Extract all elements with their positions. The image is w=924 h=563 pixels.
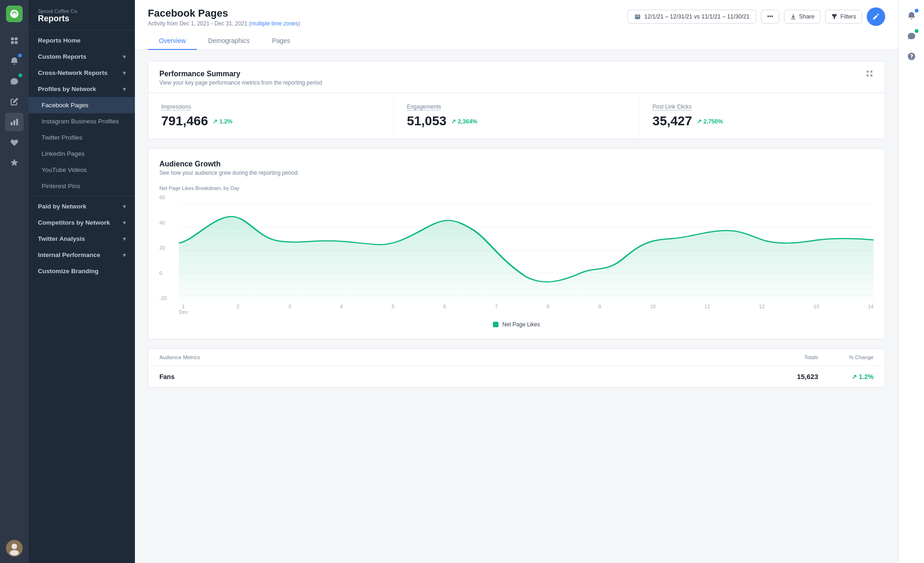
sidebar-header: Sprout Coffee Co. Reports [29,0,135,31]
sidebar-item-reports-home[interactable]: Reports Home [29,32,135,49]
chevron-down-icon: ▾ [123,236,126,242]
sidebar-item-twitter-profiles[interactable]: Twitter Profiles [29,129,135,146]
right-bell-icon[interactable] [903,7,920,24]
line-chart-svg [179,195,874,301]
impressions-label: Impressions [161,104,381,110]
sidebar-nav: Reports Home Custom Reports ▾ Cross-Netw… [29,31,135,281]
grid-view-icon[interactable] [865,70,874,80]
filters-button[interactable]: Filters [825,10,862,24]
nav-notifications[interactable] [5,52,24,70]
chart-x-axis: 1 Dec 2 3 4 5 6 7 8 9 10 11 12 13 14 [179,304,874,315]
compose-button[interactable] [867,7,885,26]
page-header: Facebook Pages Activity from Dec 1, 2021… [135,0,898,50]
nav-listening[interactable] [5,133,24,152]
tab-demographics[interactable]: Demographics [197,32,261,50]
filter-icon [831,13,838,20]
right-chat-icon[interactable] [903,28,920,44]
right-help-icon[interactable] [903,48,920,65]
legend-color-dot [493,322,498,327]
table-header: Audience Metrics Totals % Change [148,349,885,366]
share-label: Share [799,13,815,20]
legend-label: Net Page Likes [502,321,540,328]
user-avatar [6,540,23,557]
more-options-button[interactable]: ••• [761,10,779,24]
sidebar-item-linkedin-pages[interactable]: LinkedIn Pages [29,146,135,162]
date-range-text: 12/1/21 – 12/31/21 vs 11/1/21 – 11/30/21 [644,13,750,20]
sidebar-item-internal-performance[interactable]: Internal Performance ▾ [29,247,135,263]
nav-messages[interactable] [5,72,24,91]
impressions-change: ↗ 1.2% [213,118,232,125]
metric-engagements: Engagements 51,053 ↗ 2,364% [394,93,640,139]
sidebar-item-competitors-by-network[interactable]: Competitors by Network ▾ [29,214,135,231]
engagements-value: 51,053 [407,114,447,129]
chart-legend: Net Page Likes [159,321,874,328]
chart-area: 60 40 20 0 -20 [159,195,874,315]
sidebar-item-pinterest-pins[interactable]: Pinterest Pins [29,178,135,194]
card-title: Performance Summary [159,70,322,78]
timezone-link[interactable]: multiple time zones [251,20,298,27]
right-rail [898,0,924,563]
sidebar-item-instagram-business[interactable]: Instagram Business Profiles [29,113,135,129]
up-arrow-icon: ↗ [697,118,702,125]
share-icon [790,13,796,20]
row-total-fans: 15,623 [763,373,818,380]
up-arrow-icon: ↗ [213,118,218,125]
svg-point-5 [12,544,17,549]
sidebar-item-custom-reports[interactable]: Custom Reports ▾ [29,49,135,65]
sidebar-item-facebook-pages[interactable]: Facebook Pages [29,97,135,113]
nav-analytics[interactable] [5,113,24,131]
date-range-button[interactable]: 12/1/21 – 12/31/21 vs 11/1/21 – 11/30/21 [627,10,757,24]
svg-rect-3 [15,41,18,44]
metric-impressions: Impressions 791,466 ↗ 1.2% [148,93,394,139]
svg-rect-0 [11,37,14,40]
page-subtitle: Activity from Dec 1, 2021 - Dec 31, 2021… [148,20,300,27]
up-arrow-icon: ↗ [851,373,857,380]
tab-pages[interactable]: Pages [261,32,302,50]
row-change-fans: ↗ 1.2% [818,373,874,380]
chevron-down-icon: ▾ [123,70,126,76]
table-row: Fans 15,623 ↗ 1.2% [148,366,885,387]
svg-point-6 [10,550,19,556]
up-arrow-icon: ↗ [451,118,456,125]
audience-growth-title: Audience Growth [159,160,874,168]
nav-advocacy[interactable] [5,153,24,172]
row-label-fans: Fans [159,373,763,380]
company-name: Sprout Coffee Co. [38,8,126,14]
chevron-down-icon: ▾ [123,54,126,60]
right-notification-badge [915,9,918,12]
metrics-row: Impressions 791,466 ↗ 1.2% Engagements 5… [148,93,885,139]
sidebar-item-customize-branding[interactable]: Customize Branding [29,263,135,279]
filters-label: Filters [840,13,856,20]
nav-avatar[interactable] [5,539,24,557]
sidebar-item-profiles-by-network[interactable]: Profiles by Network ▾ [29,81,135,97]
sidebar-item-twitter-analysis[interactable]: Twitter Analysis ▾ [29,231,135,247]
page-tabs: Overview Demographics Pages [148,32,885,49]
performance-summary-card: Performance Summary View your key page p… [148,61,885,139]
tab-overview[interactable]: Overview [148,32,197,50]
impressions-value: 791,466 [161,114,208,129]
chevron-down-icon: ▾ [123,86,126,92]
sidebar-divider [29,196,135,196]
card-subtitle: View your key page performance metrics f… [159,80,322,86]
share-button[interactable]: Share [784,10,821,24]
sidebar-item-paid-by-network[interactable]: Paid by Network ▾ [29,198,135,214]
chevron-down-icon: ▾ [123,220,126,226]
chevron-down-icon: ▾ [123,203,126,210]
page-title-block: Facebook Pages Activity from Dec 1, 2021… [148,7,300,27]
nav-compose[interactable] [5,31,24,50]
post-link-clicks-value: 35,427 [652,114,692,129]
post-link-clicks-label: Post Link Clicks [652,104,872,110]
chevron-down-icon: ▾ [123,252,126,258]
app-logo [6,6,23,22]
page-content: Performance Summary View your key page p… [135,50,898,563]
engagements-label: Engagements [407,104,626,110]
message-badge [18,73,22,77]
sidebar-item-cross-network[interactable]: Cross-Network Reports ▾ [29,65,135,81]
audience-growth-card: Audience Growth See how your audience gr… [148,148,885,339]
chart-label: Net Page Likes Breakdown, by Day [159,185,874,191]
page-title: Facebook Pages [148,7,300,19]
sidebar-item-youtube-videos[interactable]: YouTube Videos [29,162,135,178]
col-header-metric: Audience Metrics [159,355,763,360]
col-header-change: % Change [818,355,874,360]
nav-publish[interactable] [5,92,24,111]
